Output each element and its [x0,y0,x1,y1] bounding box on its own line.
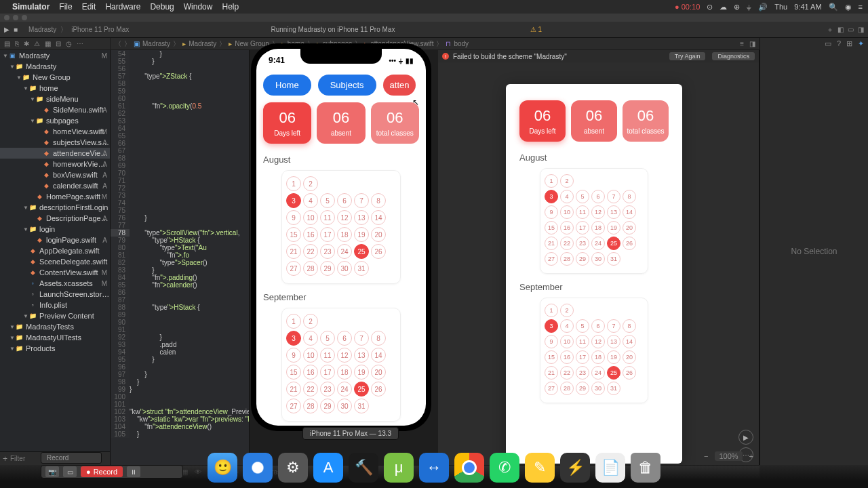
nav-homeworkView.swift[interactable]: ◆homeworkView.swiftA [0,159,110,169]
day-7[interactable]: 7 [354,193,369,208]
day-17[interactable]: 17 [320,227,335,242]
day-1[interactable]: 1 [545,304,558,317]
day-10[interactable]: 10 [560,335,574,348]
calendar-August[interactable]: 1234567891011121314151617181920212223242… [540,168,648,274]
day-2[interactable]: 2 [560,174,574,188]
day-22[interactable]: 22 [303,244,318,259]
camera-icon[interactable]: 📷 [45,466,59,477]
dock-settings[interactable]: ⚙ [278,453,308,483]
preview-phone[interactable]: 06Days left06absent06total classesAugust… [506,84,682,464]
max-dot[interactable] [22,15,27,20]
day-29[interactable]: 29 [576,252,589,266]
day-22[interactable]: 22 [560,366,574,380]
day-14[interactable]: 14 [623,335,636,348]
menu-window[interactable]: Window [184,2,213,12]
day-30[interactable]: 30 [337,399,352,413]
day-15[interactable]: 15 [286,227,301,242]
stop-button[interactable]: ■ [14,26,18,33]
day-10[interactable]: 10 [303,210,318,225]
nav-login[interactable]: ▼📁login [0,224,110,235]
day-24[interactable]: 24 [591,366,605,380]
day-6[interactable]: 6 [337,193,352,208]
day-21[interactable]: 21 [545,237,558,250]
day-28[interactable]: 28 [303,261,318,276]
day-4[interactable]: 4 [303,331,318,346]
day-11[interactable]: 11 [320,210,335,225]
close-dot[interactable] [4,15,9,20]
scheme-selector[interactable]: Madrasty 〉 iPhone 11 Pro Max [22,25,136,35]
day-21[interactable]: 21 [545,366,558,380]
nav-home[interactable]: ▼📁home [0,83,110,94]
day-4[interactable]: 4 [560,190,574,203]
day-17[interactable]: 17 [576,350,589,364]
nav-MadrastyTests[interactable]: ▼📁MadrastyTests [0,321,110,332]
day-31[interactable]: 31 [354,399,369,413]
day-26[interactable]: 26 [623,366,636,380]
day-27[interactable]: 27 [286,261,301,276]
day-7[interactable]: 7 [354,331,369,346]
nav-boxView.swift[interactable]: ◆boxView.swiftA [0,169,110,180]
panel-bottom-icon[interactable]: ▭ [848,26,854,33]
nav-New Group[interactable]: ▼📁New Group [0,72,110,83]
day-29[interactable]: 29 [320,261,335,276]
day-25[interactable]: 25 [354,382,369,396]
calendar-September[interactable]: 1234567891011121314151617181920212223242… [540,298,648,403]
day-12[interactable]: 12 [591,335,605,348]
day-19[interactable]: 19 [607,350,620,364]
nav-LaunchScreen.storyboard[interactable]: ▫LaunchScreen.storyboard [0,289,110,300]
nav-MadrastyUITests[interactable]: ▼📁MadrastyUITests [0,332,110,343]
day-8[interactable]: 8 [623,319,636,333]
calendar-September[interactable]: 1234567891011121314151617181920212223242… [281,308,401,422]
code-editor[interactable]: 54 }55 }5657 "type">ZStack {58596061 "fn… [111,50,250,465]
day-17[interactable]: 17 [576,221,589,235]
jump-bar[interactable]: 〈 〉 ▣Madrasty〉 ▸Madrasty〉 ▸New Group〉 ▸h… [111,38,760,50]
day-23[interactable]: 23 [320,244,335,259]
dock-finder[interactable]: 🙂 [208,453,237,483]
day-25[interactable]: 25 [607,366,620,380]
day-22[interactable]: 22 [560,237,574,250]
day-28[interactable]: 28 [303,399,318,413]
editor-list-icon[interactable]: ≡ [740,40,744,47]
dock-chrome[interactable] [454,453,484,483]
nav-DescriptionPage.swift[interactable]: ◆DescriptionPage.swiftA [0,213,110,224]
nav-attendenceView.swift[interactable]: ◆attendenceView.swiftA [0,148,110,159]
dock-whatsapp[interactable]: ✆ [490,453,519,483]
day-13[interactable]: 13 [607,335,620,348]
day-14[interactable]: 14 [371,210,386,225]
menu-file[interactable]: File [59,2,72,12]
calendar-August[interactable]: 1234567891011121314151617181920212223242… [281,170,401,284]
menu-debug[interactable]: Debug [150,2,174,12]
diagnostics-button[interactable]: Diagnostics [712,52,755,60]
day-25[interactable]: 25 [607,237,620,250]
editor-split-icon[interactable]: ◨ [749,40,755,47]
day-12[interactable]: 12 [337,210,352,225]
nav-HomePage.swift[interactable]: ◆HomePage.swiftM [0,191,110,202]
siri-icon[interactable]: ◉ [845,3,852,12]
day-30[interactable]: 30 [337,261,352,276]
day-12[interactable]: 12 [337,348,352,363]
day-9[interactable]: 9 [545,205,558,219]
nav-calender.swift[interactable]: ◆calender.swiftA [0,180,110,191]
day-13[interactable]: 13 [607,205,620,219]
try-again-button[interactable]: Try Again [669,52,706,60]
day-26[interactable]: 26 [371,382,386,396]
dock-trash[interactable]: 🗑 [631,453,660,483]
day-1[interactable]: 1 [286,176,301,191]
day-24[interactable]: 24 [591,237,605,250]
back-icon[interactable]: 〈 [115,39,121,49]
day-23[interactable]: 23 [576,366,589,380]
navigator-tab-icons[interactable]: ▤⎘✱⚠▦⊟◷⋯ [0,38,111,50]
day-17[interactable]: 17 [320,365,335,380]
day-18[interactable]: 18 [337,365,352,380]
day-3[interactable]: 3 [286,331,301,346]
record-button[interactable]: ●Record [81,466,123,477]
day-11[interactable]: 11 [576,335,589,348]
day-5[interactable]: 5 [320,193,335,208]
day-23[interactable]: 23 [576,237,589,250]
day-5[interactable]: 5 [576,319,589,333]
day-20[interactable]: 20 [371,365,386,380]
day-30[interactable]: 30 [591,252,605,266]
day-3[interactable]: 3 [545,190,558,203]
run-button[interactable]: ▶ [4,26,9,33]
day-23[interactable]: 23 [320,382,335,396]
